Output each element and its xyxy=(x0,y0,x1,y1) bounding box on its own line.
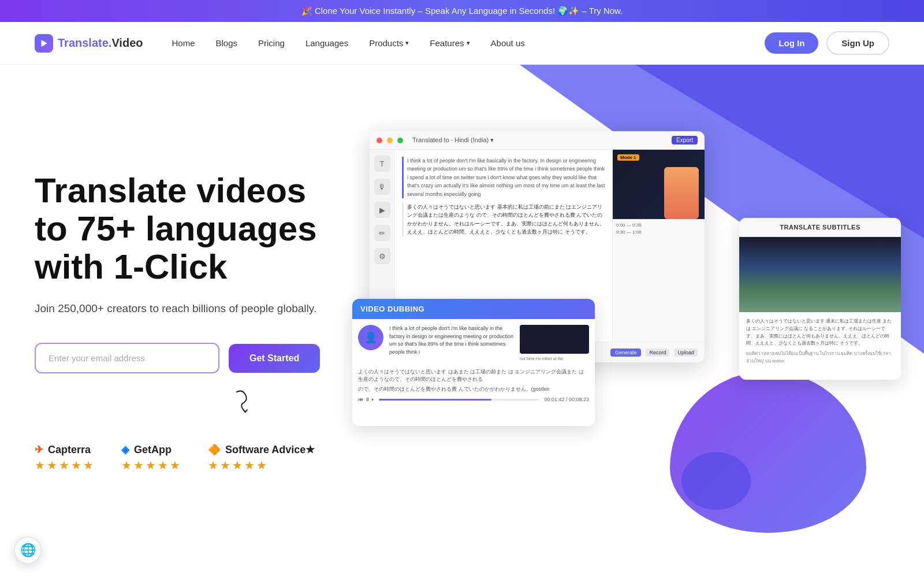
sidebar-text-icon[interactable]: ✏ xyxy=(374,225,390,241)
dubbing-card: VIDEO DUBBING 👤 I think a lot of people … xyxy=(352,299,595,426)
getapp-label: GetApp xyxy=(134,444,172,456)
login-button[interactable]: Log In xyxy=(765,32,818,54)
dubbing-side-panel: not here i'm either at the xyxy=(520,325,589,362)
nav-pricing[interactable]: Pricing xyxy=(258,38,285,48)
nav-links: Home Blogs Pricing Languages Products ▾ … xyxy=(172,38,765,48)
capterra-icon: ✈ xyxy=(35,443,43,456)
playback-progress-bar xyxy=(379,399,539,401)
window-minimize-dot xyxy=(387,138,393,143)
sidebar-voice-icon[interactable]: 🎙 xyxy=(374,179,390,195)
products-chevron-icon: ▾ xyxy=(405,39,409,47)
editor-right-timestamps: 0:00 — 0:30 0:30 — 1:00 xyxy=(613,219,705,238)
hero-cta: Get Started xyxy=(35,343,370,373)
get-started-button[interactable]: Get Started xyxy=(229,344,320,373)
export-button[interactable]: Export xyxy=(672,136,698,144)
ratings-section: ✈ Capterra ★ ★ ★ ★ ★ ◈ GetApp ★ xyxy=(35,443,370,472)
nav-features[interactable]: Features ▾ xyxy=(430,38,470,48)
nav-about[interactable]: About us xyxy=(491,38,525,48)
subtitles-street-bg xyxy=(739,237,901,312)
dubbing-progress: ⏮ ⏸ ▶ 00:01:42 / 00:08:23 xyxy=(352,397,595,410)
hero-content: Translate videos to 75+ languages with 1… xyxy=(35,160,370,472)
subtitles-image xyxy=(739,237,901,312)
capterra-rating: ✈ Capterra ★ ★ ★ ★ ★ xyxy=(35,443,94,472)
dubbing-subtitles: よくの人々はそうではないと思います はあまた は工場の前また は エンジニアリン… xyxy=(352,368,595,397)
software-advice-rating: 🔶 Software Advice★ ★ ★ ★ ★ ★ xyxy=(208,443,315,472)
squiggle-arrow-icon xyxy=(231,386,370,420)
logo[interactable]: Translate.Video xyxy=(35,34,143,53)
getapp-icon: ◈ xyxy=(121,443,129,456)
nav-languages[interactable]: Languages xyxy=(305,38,348,48)
globe-icon: 🌐 xyxy=(20,543,36,558)
video-thumbnail: Mode 1 xyxy=(613,150,705,219)
generate-button[interactable]: Generate xyxy=(610,349,642,357)
email-input[interactable] xyxy=(35,343,219,373)
editor-text-english: I think a lot of people don't I'm like b… xyxy=(402,157,605,198)
nav-blogs[interactable]: Blogs xyxy=(216,38,238,48)
capterra-stars: ★ ★ ★ ★ ★ xyxy=(35,458,94,472)
video-person xyxy=(664,167,699,219)
playback-controls[interactable]: ⏮ ⏸ ▶ xyxy=(358,397,374,402)
nav-actions: Log In Sign Up xyxy=(765,31,889,55)
hero-title: Translate videos to 75+ languages with 1… xyxy=(35,172,370,286)
dubbing-card-body: 👤 I think a lot of people don't i'm like… xyxy=(352,319,595,368)
editor-toolbar: Translated to · Hindi (India) ▾ Export xyxy=(370,131,705,150)
signup-button[interactable]: Sign Up xyxy=(826,31,889,55)
subtitles-card-header: TRANSLATE SUBTITLES xyxy=(739,218,901,237)
hero-visual: Translated to · Hindi (India) ▾ Export T… xyxy=(370,114,889,518)
hero-section: Translate videos to 75+ languages with 1… xyxy=(0,65,924,568)
sidebar-video-icon[interactable]: ▶ xyxy=(374,202,390,218)
editor-right-panel: Mode 1 0:00 — 0:30 0:30 — 1:00 xyxy=(612,150,705,360)
window-close-dot xyxy=(377,138,382,143)
video-mode-badge: Mode 1 xyxy=(617,154,639,161)
record-button[interactable]: Record xyxy=(646,349,669,357)
getapp-rating: ◈ GetApp ★ ★ ★ ★ ★ xyxy=(121,443,180,472)
nav-home[interactable]: Home xyxy=(172,38,195,48)
getapp-stars: ★ ★ ★ ★ ★ xyxy=(121,458,180,472)
software-advice-icon: 🔶 xyxy=(208,443,221,456)
navbar: Translate.Video Home Blogs Pricing Langu… xyxy=(0,22,924,65)
playback-progress-fill xyxy=(379,399,491,401)
upload-button[interactable]: Upload xyxy=(674,349,698,357)
logo-icon xyxy=(35,34,53,53)
svg-marker-0 xyxy=(42,40,48,47)
editor-text-japanese: 多くの人々はそうではないと思います 基本的に私は工場の前にまた はエンジニアリン… xyxy=(402,203,605,236)
editor-toolbar-title: Translated to · Hindi (India) ▾ xyxy=(412,136,494,144)
sidebar-settings-icon[interactable]: ⚙ xyxy=(374,248,390,264)
software-advice-label: Software Advice★ xyxy=(225,443,315,456)
logo-text: Translate.Video xyxy=(58,36,143,50)
language-globe-button[interactable]: 🌐 xyxy=(14,536,42,564)
capterra-label: Capterra xyxy=(48,444,91,456)
hero-subtitle: Join 250,000+ creators to reach billions… xyxy=(35,302,370,315)
dubbing-subtitle-jp: よくの人々はそうではないと思います はあまた は工場の前また は エンジニアリン… xyxy=(358,368,589,384)
banner-text: 🎉 Clone Your Voice Instantly – Speak Any… xyxy=(301,6,623,16)
nav-products[interactable]: Products ▾ xyxy=(369,38,409,48)
top-banner[interactable]: 🎉 Clone Your Voice Instantly – Speak Any… xyxy=(0,0,924,22)
subtitle-text-japanese: 多くの人々はそうではないと思います 週末に私は工場または生産 または エンジニア… xyxy=(746,318,894,347)
subtitle-text-thai: ผมคิดว่าหลายคนไม่ได้ผมเป็นพื้นฐาน ในโรงง… xyxy=(746,350,894,365)
dubbing-card-header: VIDEO DUBBING xyxy=(352,299,595,319)
time-display: 00:01:42 / 00:08:23 xyxy=(544,397,589,402)
subtitles-card: TRANSLATE SUBTITLES 多くの人々はそうではないと思います 週末… xyxy=(739,218,901,380)
dubbing-subtitle-jp2: ので、その時間のほとんどを費やされる費 んでいたのかがわかりません。(gostl… xyxy=(358,386,589,394)
subtitles-text-jp: 多くの人々はそうではないと思います 週末に私は工場または生産 または エンジニア… xyxy=(739,312,901,371)
features-chevron-icon: ▾ xyxy=(467,39,470,47)
dubbing-avatar: 👤 xyxy=(358,325,383,350)
window-expand-dot xyxy=(397,138,403,143)
dubbing-text-en: I think a lot of people don't i'm like b… xyxy=(389,325,514,362)
sidebar-translate-icon[interactable]: T xyxy=(374,155,390,172)
software-advice-stars: ★ ★ ★ ★ ★ xyxy=(208,458,267,472)
